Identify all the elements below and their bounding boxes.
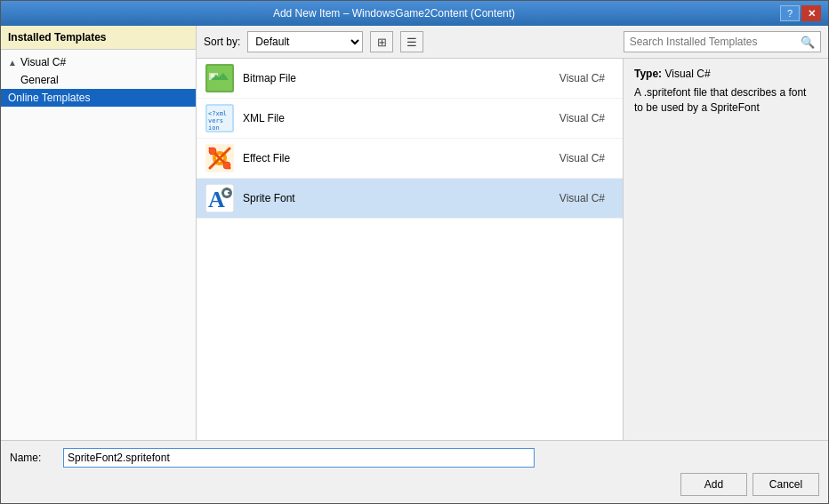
- svg-rect-24: [228, 192, 230, 194]
- svg-text:vers: vers: [208, 117, 223, 124]
- bitmap-lang: Visual C#: [559, 72, 605, 84]
- detail-description: A .spritefont file that describes a font…: [634, 85, 817, 116]
- sidebar: Installed Templates ▲ Visual C# General …: [1, 26, 197, 440]
- close-button[interactable]: ✕: [801, 5, 821, 21]
- title-bar: Add New Item – WindowsGame2Content (Cont…: [1, 1, 828, 26]
- center-area: Bitmap File Visual C# <?xml vers ion: [197, 59, 828, 440]
- search-input[interactable]: [630, 36, 797, 48]
- template-icon-xml: <?xml vers ion: [205, 104, 234, 132]
- effect-name: Effect File: [243, 152, 551, 164]
- right-panel: Sort by: Default Name Type Date ⊞ ☰ 🔍: [197, 26, 828, 440]
- svg-text:<?xml: <?xml: [208, 110, 227, 117]
- search-box: 🔍: [624, 31, 821, 52]
- template-item-effect[interactable]: Effect File Visual C#: [197, 139, 623, 179]
- sidebar-item-visual-csharp[interactable]: ▲ Visual C#: [1, 53, 196, 71]
- template-item-sprite-font[interactable]: A Sprite Font Visual C#: [197, 179, 623, 219]
- view-grid-button[interactable]: ⊞: [370, 31, 393, 52]
- dialog-window: Add New Item – WindowsGame2Content (Cont…: [0, 0, 829, 504]
- detail-panel: Type: Visual C# A .spritefont file that …: [624, 59, 828, 440]
- detail-type-label: Type:: [634, 68, 662, 80]
- sidebar-tree: ▲ Visual C# General Online Templates: [1, 50, 196, 110]
- toolbar: Sort by: Default Name Type Date ⊞ ☰ 🔍: [197, 26, 828, 59]
- main-content: Installed Templates ▲ Visual C# General …: [1, 26, 828, 440]
- view-list-button[interactable]: ☰: [400, 31, 423, 52]
- svg-rect-23: [221, 192, 224, 194]
- add-button[interactable]: Add: [680, 473, 747, 496]
- sidebar-item-label: Online Templates: [8, 92, 91, 104]
- search-icon: 🔍: [801, 36, 815, 49]
- svg-point-4: [211, 74, 214, 77]
- sidebar-item-label: Visual C#: [20, 56, 66, 68]
- sprite-font-lang: Visual C#: [559, 192, 605, 204]
- template-list: Bitmap File Visual C# <?xml vers ion: [197, 59, 624, 440]
- sprite-font-name: Sprite Font: [243, 192, 551, 204]
- name-row: Name:: [10, 448, 819, 468]
- template-item-xml[interactable]: <?xml vers ion XML File Visual C#: [197, 99, 623, 139]
- xml-lang: Visual C#: [559, 112, 605, 124]
- bottom-bar: Name: Add Cancel: [1, 440, 828, 503]
- cancel-button[interactable]: Cancel: [753, 473, 819, 496]
- svg-point-16: [223, 162, 230, 169]
- tree-expand-icon: ▲: [8, 58, 17, 68]
- sort-label: Sort by:: [204, 36, 240, 48]
- effect-lang: Visual C#: [559, 152, 605, 164]
- sort-select[interactable]: Default Name Type Date: [247, 31, 363, 52]
- help-button[interactable]: ?: [780, 5, 800, 21]
- template-icon-effect: [205, 144, 234, 172]
- sidebar-item-general[interactable]: General: [13, 71, 196, 89]
- detail-type-value: Visual C#: [664, 68, 710, 80]
- svg-rect-21: [226, 188, 228, 190]
- button-row: Add Cancel: [10, 473, 819, 496]
- svg-text:ion: ion: [208, 124, 220, 132]
- bitmap-name: Bitmap File: [243, 72, 551, 84]
- template-item-bitmap[interactable]: Bitmap File Visual C#: [197, 59, 623, 99]
- svg-rect-22: [226, 196, 228, 198]
- name-label: Name:: [10, 452, 54, 464]
- title-bar-text: Add New Item – WindowsGame2Content (Cont…: [8, 7, 780, 20]
- filename-input[interactable]: [63, 448, 535, 468]
- sidebar-item-label: General: [20, 74, 59, 86]
- title-bar-controls: ? ✕: [780, 5, 821, 21]
- sidebar-item-online-templates[interactable]: Online Templates: [1, 89, 196, 107]
- sidebar-header: Installed Templates: [1, 26, 196, 50]
- xml-name: XML File: [243, 112, 551, 124]
- template-icon-bitmap: [205, 64, 234, 92]
- svg-point-15: [209, 148, 216, 155]
- detail-type: Type: Visual C#: [634, 68, 817, 80]
- template-icon-sprite-font: A: [205, 184, 234, 212]
